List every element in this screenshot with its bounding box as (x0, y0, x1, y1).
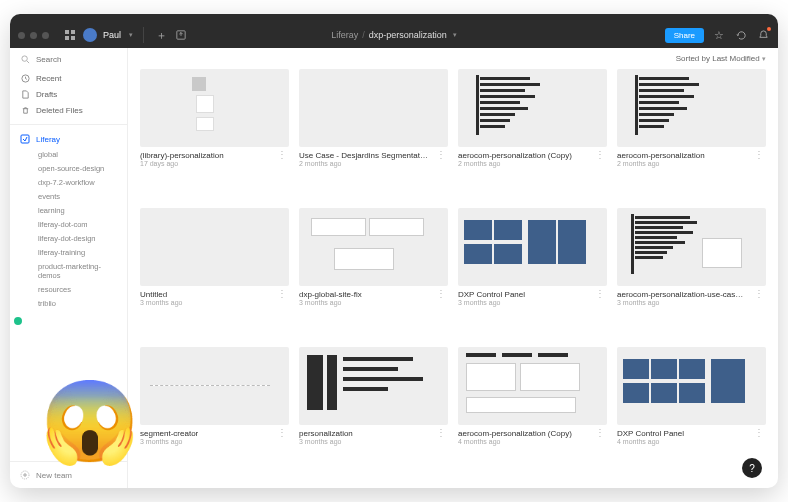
file-title: dxp-global-site-fix (299, 290, 362, 299)
main: Sorted by Last Modified ▾ (library)-pers… (128, 48, 778, 488)
traffic-light[interactable] (42, 32, 49, 39)
kebab-icon[interactable]: ⋮ (752, 429, 766, 437)
sidebar-deleted[interactable]: Deleted Files (20, 102, 117, 118)
search-input[interactable] (36, 55, 106, 64)
sidebar-item-label: learning (38, 206, 65, 215)
bell-icon[interactable] (756, 28, 770, 42)
svg-point-5 (21, 55, 26, 60)
sidebar-folder[interactable]: learning (38, 203, 117, 217)
breadcrumb-sep: / (362, 30, 365, 40)
kebab-icon[interactable]: ⋮ (275, 290, 289, 298)
file-card[interactable]: (library)-personalization17 days ago⋮ (140, 69, 289, 198)
file-title: aerocom-personalization (617, 151, 705, 160)
sidebar-new-team[interactable]: New team (10, 461, 127, 488)
kebab-icon[interactable]: ⋮ (593, 290, 607, 298)
sidebar-drafts[interactable]: Drafts (20, 86, 117, 102)
window-titlebar (10, 14, 778, 22)
file-thumb (140, 69, 289, 147)
plus-circle-icon (20, 470, 30, 480)
file-subtitle: 2 months ago (299, 160, 429, 167)
user-name[interactable]: Paul (103, 30, 121, 40)
file-subtitle: 4 months ago (617, 438, 684, 445)
file-subtitle: 17 days ago (140, 160, 224, 167)
sidebar-item-label: events (38, 192, 60, 201)
file-subtitle: 3 months ago (299, 438, 353, 445)
file-card[interactable]: aerocom-personalization2 months ago⋮ (617, 69, 766, 198)
sidebar-folder[interactable]: global (38, 147, 117, 161)
sidebar-folder[interactable]: events (38, 189, 117, 203)
sidebar-folder[interactable]: dxp-7.2-workflow (38, 175, 117, 189)
avatar[interactable] (83, 28, 97, 42)
file-card[interactable]: Untitled3 months ago⋮ (140, 208, 289, 337)
kebab-icon[interactable]: ⋮ (275, 151, 289, 159)
svg-rect-3 (71, 36, 75, 40)
sidebar-item-label: triblio (38, 299, 56, 308)
import-icon[interactable] (174, 28, 188, 42)
kebab-icon[interactable]: ⋮ (434, 429, 448, 437)
file-card[interactable]: aerocom-personalization (Copy)2 months a… (458, 69, 607, 198)
file-card[interactable]: aerocom-personalization-use-cases…3 mont… (617, 208, 766, 337)
sidebar-folder[interactable]: resources (38, 282, 117, 296)
sidebar-folder[interactable]: liferay-training (38, 245, 117, 259)
topbar: Paul ▾ ＋ Liferay / dxp-personalization ▾… (10, 22, 778, 48)
chevron-down-icon[interactable]: ▾ (129, 31, 133, 39)
sidebar-item-label: open-source-design (38, 164, 104, 173)
kebab-icon[interactable]: ⋮ (593, 429, 607, 437)
divider (143, 27, 144, 43)
sidebar-folder[interactable]: triblio (38, 296, 117, 310)
traffic-light[interactable] (18, 32, 25, 39)
presence-indicator (12, 315, 24, 327)
file-subtitle: 4 months ago (458, 438, 572, 445)
sidebar-folder[interactable]: liferay-dot-design (38, 231, 117, 245)
file-subtitle: 3 months ago (299, 299, 362, 306)
search-row[interactable] (10, 48, 127, 70)
chevron-down-icon[interactable]: ▾ (453, 31, 457, 39)
file-thumb (617, 347, 766, 425)
sidebar-recent[interactable]: Recent (20, 70, 117, 86)
sort-bar: Sorted by Last Modified ▾ (128, 48, 778, 69)
svg-rect-0 (65, 30, 69, 34)
sidebar-item-label: global (38, 150, 58, 159)
kebab-icon[interactable]: ⋮ (593, 151, 607, 159)
file-card[interactable]: dxp-global-site-fix3 months ago⋮ (299, 208, 448, 337)
breadcrumb-current[interactable]: dxp-personalization (369, 30, 447, 40)
sidebar-project[interactable]: Liferay (20, 131, 117, 147)
traffic-light[interactable] (30, 32, 37, 39)
help-button[interactable]: ? (742, 458, 762, 478)
new-file-icon[interactable]: ＋ (154, 28, 168, 42)
kebab-icon[interactable]: ⋮ (434, 290, 448, 298)
share-button[interactable]: Share (665, 28, 704, 43)
history-icon[interactable] (734, 28, 748, 42)
file-thumb (299, 347, 448, 425)
sidebar-folder[interactable]: product-marketing-demos (38, 259, 117, 282)
file-card[interactable]: Use Case - Desjardins Segmentation2 mont… (299, 69, 448, 198)
breadcrumb-parent[interactable]: Liferay (331, 30, 358, 40)
sidebar-item-label: Deleted Files (36, 106, 83, 115)
sort-label[interactable]: Sorted by Last Modified ▾ (676, 54, 766, 63)
file-card[interactable]: DXP Control Panel4 months ago⋮ (617, 347, 766, 476)
kebab-icon[interactable]: ⋮ (752, 151, 766, 159)
kebab-icon[interactable]: ⋮ (752, 290, 766, 298)
svg-rect-8 (21, 135, 29, 143)
app-window: Paul ▾ ＋ Liferay / dxp-personalization ▾… (10, 14, 778, 488)
sidebar-folder[interactable]: open-source-design (38, 161, 117, 175)
file-title: (library)-personalization (140, 151, 224, 160)
kebab-icon[interactable]: ⋮ (275, 429, 289, 437)
star-icon[interactable]: ☆ (712, 28, 726, 42)
sidebar-item-label: resources (38, 285, 71, 294)
file-card[interactable]: personalization3 months ago⋮ (299, 347, 448, 476)
sidebar-item-label: product-marketing-demos (38, 262, 117, 280)
file-card[interactable]: DXP Control Panel3 months ago⋮ (458, 208, 607, 337)
svg-rect-2 (65, 36, 69, 40)
sidebar-folder[interactable]: liferay-dot-com (38, 217, 117, 231)
search-icon (20, 54, 30, 64)
file-title: DXP Control Panel (458, 290, 525, 299)
file-card[interactable]: segment-creator3 months ago⋮ (140, 347, 289, 476)
sidebar-item-label: Recent (36, 74, 61, 83)
file-thumb (140, 347, 289, 425)
sidebar-item-label: Drafts (36, 90, 57, 99)
project-icon (20, 134, 30, 144)
kebab-icon[interactable]: ⋮ (434, 151, 448, 159)
file-card[interactable]: aerocom-personalization (Copy)4 months a… (458, 347, 607, 476)
app-menu-icon[interactable] (63, 28, 77, 42)
